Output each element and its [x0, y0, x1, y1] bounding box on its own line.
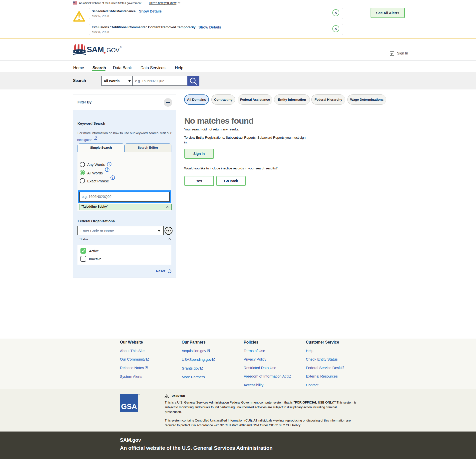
svg-text:GOV: GOV: [106, 47, 119, 53]
svg-text:i: i: [112, 176, 113, 179]
svg-text:®: ®: [120, 46, 122, 48]
svg-text:i: i: [107, 168, 108, 171]
svg-text:SAM: SAM: [87, 45, 104, 54]
svg-text:i: i: [109, 162, 110, 166]
